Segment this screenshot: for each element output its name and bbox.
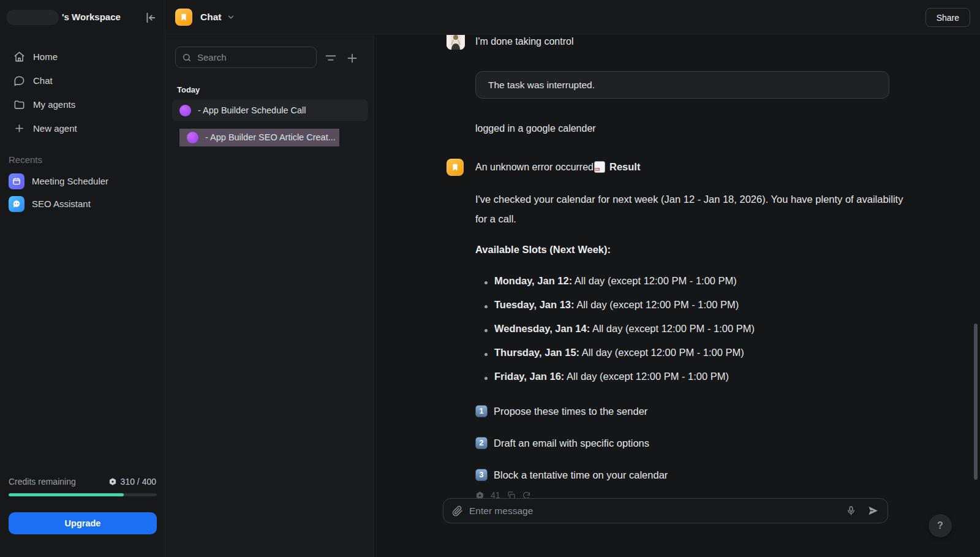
credits-count: 310 / 400 [108, 477, 156, 487]
agent-message-title: An unknown error occurred JUL 17 Result [475, 161, 640, 173]
upgrade-button[interactable]: Upgrade [9, 512, 157, 534]
search-icon [182, 53, 192, 63]
sidebar-item-home[interactable]: Home [0, 45, 165, 69]
slot-item: Thursday, Jan 15: All day (except 12:00 … [475, 348, 916, 372]
collapse-sidebar-icon[interactable] [143, 11, 157, 25]
sidebar-item-label: Chat [33, 75, 53, 86]
bullet-dot-icon [484, 305, 488, 308]
workspace-name-redacted [6, 10, 59, 25]
today-section-label: Today [177, 85, 200, 94]
calendar-agent-icon [9, 173, 24, 189]
filter-icon[interactable] [324, 51, 337, 64]
vertical-scrollbar[interactable] [974, 324, 978, 480]
option-text: Block a tentative time on your calendar [494, 469, 668, 481]
share-button[interactable]: Share [925, 8, 970, 27]
new-chat-icon[interactable] [345, 51, 359, 64]
agent-paragraph: I've checked your calendar for next week… [475, 190, 908, 229]
option-item: 2 Draft an email with specific options [475, 436, 649, 450]
user-message: I'm done taking control [475, 36, 573, 47]
message-input[interactable] [469, 506, 846, 517]
keycap-1-icon: 1 [475, 405, 488, 417]
plus-icon [13, 123, 25, 134]
keycap-3-icon: 3 [475, 469, 488, 481]
bullet-dot-icon [484, 353, 488, 356]
agent-title-bold: Result [609, 161, 640, 173]
slot-detail: All day (except 12:00 PM - 1:00 PM) [579, 347, 744, 358]
assistant-bot-icon [9, 196, 24, 212]
agent-avatar-dot-icon [179, 105, 191, 116]
top-header: Chat Share [166, 0, 980, 34]
sidebar-item-chat[interactable]: Chat [0, 69, 165, 93]
slot-day: Friday, Jan 16: [494, 371, 564, 382]
chat-item-label: - App Builder SEO Article Creat... [205, 132, 336, 142]
slot-day: Wednesday, Jan 14: [494, 323, 590, 334]
interrupted-notice: The task was interrupted. [475, 71, 889, 99]
sidebar-item-my-agents[interactable]: My agents [0, 93, 165, 116]
recents-list: Meeting Scheduler SEO Assistant [0, 170, 165, 215]
option-text: Draft an email with specific options [494, 438, 649, 449]
calendar-emoji-icon: JUL 17 [594, 161, 605, 173]
chat-list-panel: Today - App Builder Schedule Call - App … [166, 35, 374, 557]
credits-value: 310 / 400 [121, 477, 156, 487]
recents-heading: Recents [9, 154, 42, 165]
option-item: 1 Propose these times to the sender [475, 404, 647, 419]
microphone-icon[interactable] [846, 506, 856, 516]
slot-item: Wednesday, Jan 14: All day (except 12:00… [475, 324, 916, 348]
message-input-bar [443, 498, 888, 523]
option-item: 3 Block a tentative time on your calenda… [475, 468, 668, 482]
attachment-icon[interactable] [452, 506, 463, 517]
bullet-dot-icon [484, 329, 488, 332]
chat-title-menu[interactable]: Chat [175, 9, 235, 26]
user-avatar [447, 35, 465, 50]
slot-day: Monday, Jan 12: [494, 275, 572, 286]
chat-item-label: - App Builder Schedule Call [198, 105, 306, 115]
conversation-area: I'm done taking control The task was int… [374, 35, 980, 557]
workspace-header: 's Workspace [0, 9, 165, 27]
help-button[interactable]: ? [929, 514, 952, 537]
slots-header: Available Slots (Next Week): [475, 244, 611, 256]
slot-detail: All day (except 12:00 PM - 1:00 PM) [572, 275, 737, 286]
user-message: logged in a google calender [475, 123, 596, 134]
slot-detail: All day (except 12:00 PM - 1:00 PM) [590, 323, 755, 334]
agent-avatar-dot-icon [187, 132, 198, 143]
search-input[interactable] [197, 52, 310, 63]
slot-day: Tuesday, Jan 13: [494, 299, 575, 310]
workspace-title: 's Workspace [62, 12, 121, 22]
agent-title-prefix: An unknown error occurred [475, 162, 594, 173]
recent-meeting-scheduler[interactable]: Meeting Scheduler [0, 170, 165, 192]
credit-coin-icon [108, 477, 117, 486]
credits-progress-fill [9, 493, 124, 496]
chat-list-item-schedule-call[interactable]: - App Builder Schedule Call [172, 99, 368, 121]
page-title: Chat [200, 12, 221, 23]
credits-row: Credits remaining 310 / 400 [9, 477, 156, 488]
sidebar-item-new-agent[interactable]: New agent [0, 116, 165, 140]
bullet-dot-icon [484, 281, 488, 284]
chat-rows: - App Builder Schedule Call - App Builde… [172, 99, 368, 153]
interrupted-text: The task was interrupted. [488, 80, 595, 91]
slot-item: Friday, Jan 16: All day (except 12:00 PM… [475, 372, 916, 396]
recent-item-label: Meeting Scheduler [32, 176, 108, 186]
agent-avatar [447, 159, 464, 176]
option-text: Propose these times to the sender [494, 406, 647, 417]
send-icon[interactable] [867, 505, 879, 517]
folder-icon [13, 99, 25, 110]
sidebar-item-label: Home [33, 51, 58, 62]
slot-item: Tuesday, Jan 13: All day (except 12:00 P… [475, 300, 916, 324]
slot-detail: All day (except 12:00 PM - 1:00 PM) [564, 371, 729, 382]
sidebar-item-label: New agent [33, 123, 77, 134]
chat-app-icon [175, 9, 192, 26]
chat-list-item-seo-article[interactable]: - App Builder SEO Article Creat... [172, 126, 368, 148]
slot-detail: All day (except 12:00 PM - 1:00 PM) [575, 299, 739, 310]
sidebar: 's Workspace Home Chat My agents [0, 0, 165, 557]
slot-day: Thursday, Jan 15: [494, 347, 579, 358]
recent-item-label: SEO Assistant [32, 199, 91, 209]
keycap-2-icon: 2 [475, 437, 488, 449]
selected-highlight: - App Builder SEO Article Creat... [179, 129, 339, 146]
recent-seo-assistant[interactable]: SEO Assistant [0, 192, 165, 215]
slot-item: Monday, Jan 12: All day (except 12:00 PM… [475, 276, 916, 300]
chevron-down-icon [227, 13, 235, 21]
search-box [175, 47, 317, 68]
sidebar-item-label: My agents [33, 99, 75, 110]
chat-bubble-icon [13, 75, 25, 86]
credits-label: Credits remaining [9, 477, 76, 487]
